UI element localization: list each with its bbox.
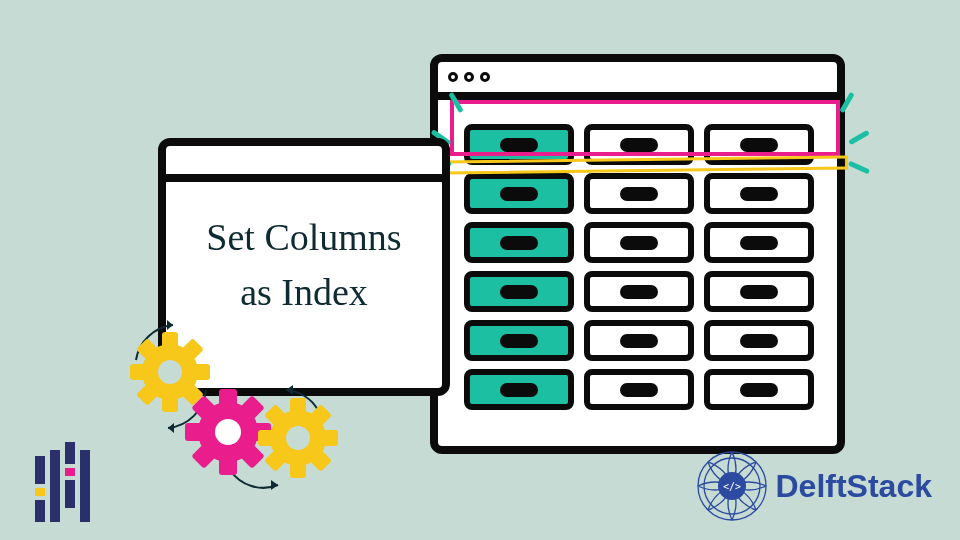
- svg-point-33: [286, 426, 310, 450]
- data-cell: [584, 173, 694, 214]
- title-line-1: Set Columns: [176, 210, 432, 265]
- window-title-bar: [438, 62, 837, 100]
- svg-rect-6: [162, 394, 178, 412]
- svg-rect-27: [258, 430, 276, 446]
- svg-rect-28: [320, 430, 338, 446]
- data-grid: [464, 124, 814, 418]
- table-row: [464, 222, 814, 263]
- svg-rect-15: [219, 389, 237, 409]
- spark-icon: [848, 130, 870, 145]
- delftstack-logo: </> DelftStack: [696, 450, 933, 522]
- index-cell: [464, 320, 574, 361]
- window-control-dot: [448, 72, 458, 82]
- table-row: [464, 173, 814, 214]
- data-cell: [704, 369, 814, 410]
- table-row: [464, 369, 814, 410]
- data-cell: [704, 222, 814, 263]
- gears-svg: [118, 320, 378, 500]
- mandala-icon: </>: [696, 450, 768, 522]
- index-cell: [464, 173, 574, 214]
- svg-rect-16: [219, 455, 237, 475]
- data-cell: [704, 173, 814, 214]
- gears-group: [118, 320, 378, 504]
- svg-point-13: [158, 360, 182, 384]
- svg-rect-5: [162, 332, 178, 350]
- index-cell: [464, 124, 574, 165]
- data-cell: [584, 222, 694, 263]
- svg-marker-0: [167, 320, 173, 330]
- data-cell: [584, 320, 694, 361]
- table-row: [464, 271, 814, 312]
- data-cell: [704, 320, 814, 361]
- index-cell: [464, 369, 574, 410]
- pandas-logo-icon: [35, 442, 90, 522]
- data-cell: [584, 369, 694, 410]
- table-row: [464, 320, 814, 361]
- index-cell: [464, 222, 574, 263]
- svg-rect-17: [185, 423, 205, 441]
- gear-icon: [130, 332, 210, 412]
- window-control-dot: [464, 72, 474, 82]
- gear-icon: [185, 389, 271, 475]
- data-cell: [584, 271, 694, 312]
- svg-text:</>: </>: [722, 481, 740, 492]
- window-control-dot: [480, 72, 490, 82]
- svg-point-23: [215, 419, 241, 445]
- brand-text: DelftStack: [776, 468, 933, 505]
- svg-rect-25: [290, 398, 306, 416]
- svg-marker-1: [168, 423, 174, 433]
- svg-rect-26: [290, 460, 306, 478]
- data-table-window: [430, 54, 845, 454]
- svg-marker-2: [271, 480, 278, 490]
- index-cell: [464, 271, 574, 312]
- spark-icon: [848, 161, 870, 175]
- window-title-bar: [166, 146, 442, 182]
- svg-rect-8: [192, 364, 210, 380]
- title-line-2: as Index: [176, 265, 432, 320]
- data-cell: [704, 124, 814, 165]
- data-cell: [584, 124, 694, 165]
- svg-rect-7: [130, 364, 148, 380]
- data-cell: [704, 271, 814, 312]
- svg-marker-3: [286, 385, 293, 395]
- table-row: [464, 124, 814, 165]
- gear-icon: [258, 398, 338, 478]
